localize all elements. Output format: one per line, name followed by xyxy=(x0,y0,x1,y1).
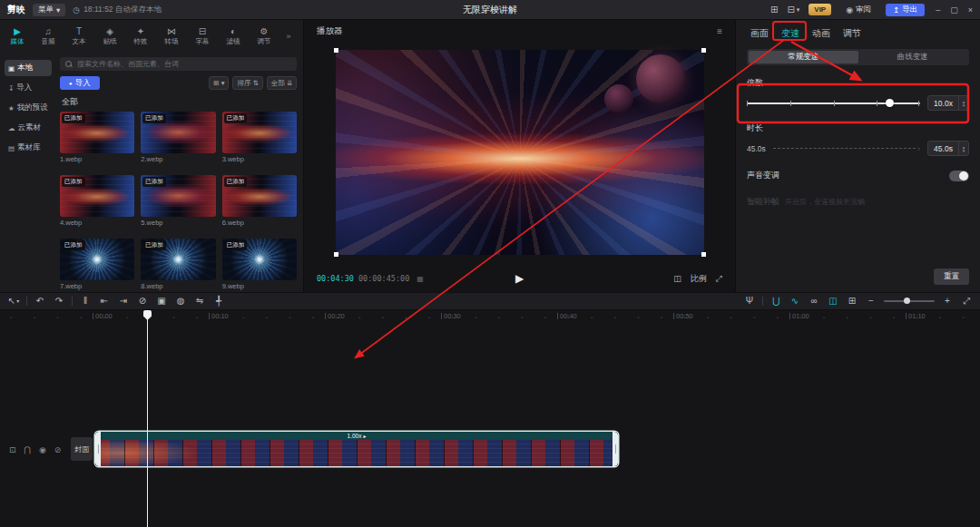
search-box[interactable] xyxy=(60,57,297,71)
menu-button[interactable]: 菜单 ▾ xyxy=(33,4,65,16)
play-button[interactable]: ▶ xyxy=(510,271,529,286)
media-thumbnail[interactable]: 已添加 xyxy=(222,112,297,153)
pitch-toggle[interactable] xyxy=(949,171,969,181)
media-item[interactable]: 已添加5.webp xyxy=(141,175,215,227)
media-item[interactable]: 已添加2.webp xyxy=(141,112,215,163)
tab-effects[interactable]: ✦特效 xyxy=(125,26,156,46)
curve-speed-tab[interactable]: 曲线变速 xyxy=(858,51,968,63)
sidebar-item-local[interactable]: ▣本地 xyxy=(5,60,52,76)
media-item[interactable]: 已添加9.webp xyxy=(222,239,297,290)
fullscreen-icon[interactable]: ⤢ xyxy=(716,274,722,284)
media-thumbnail[interactable]: 已添加 xyxy=(60,112,134,153)
snapshot-icon[interactable]: ◫ xyxy=(673,274,681,283)
toggle-visibility-icon[interactable]: ◉ xyxy=(39,445,46,454)
filter-button[interactable]: 全部⇊ xyxy=(267,76,297,90)
selection-handle[interactable] xyxy=(334,252,338,257)
zoom-out-button[interactable]: − xyxy=(865,297,877,306)
trim-right-button[interactable]: ⇥ xyxy=(117,297,130,306)
ratio-button[interactable]: 比例 xyxy=(691,273,707,285)
linkage-toggle[interactable]: ∞ xyxy=(808,297,820,306)
preview-axis-toggle[interactable]: ◫ xyxy=(827,297,839,306)
timeline-zoom-slider[interactable] xyxy=(884,300,935,302)
tab-sticker[interactable]: ◈贴纸 xyxy=(94,26,125,46)
clip-trim-handle-left[interactable] xyxy=(95,432,101,466)
duration-value-box[interactable]: 45.0s ▴▾ xyxy=(927,141,969,156)
media-thumbnail[interactable]: 已添加 xyxy=(60,239,134,280)
media-item[interactable]: 已添加6.webp xyxy=(222,175,297,227)
speed-stepper[interactable]: ▴▾ xyxy=(958,96,968,110)
sidebar-item-stock-library[interactable]: ▤素材库 xyxy=(5,140,52,156)
frame-view-icon[interactable]: ▦ xyxy=(416,275,424,283)
fit-timeline-button[interactable]: ⤢ xyxy=(960,297,973,306)
tab-canvas[interactable]: 画面 xyxy=(750,27,769,40)
vip-badge[interactable]: VIP xyxy=(808,4,831,15)
select-tool-button[interactable]: ↖▾ xyxy=(7,297,20,306)
video-clip[interactable]: 1.00x ▸ xyxy=(95,432,618,466)
split-button[interactable]: ‖ xyxy=(79,297,92,306)
workspace-grid-icon[interactable]: ⊞ xyxy=(770,5,778,15)
slider-thumb[interactable] xyxy=(886,99,894,107)
media-item[interactable]: 已添加3.webp xyxy=(222,112,297,163)
sidebar-item-cloud[interactable]: ☁云素材 xyxy=(5,120,52,136)
sidebar-item-presets[interactable]: ★我的预设 xyxy=(5,100,52,116)
close-button[interactable]: × xyxy=(968,5,973,15)
crop-button[interactable]: ╃ xyxy=(212,297,225,306)
stepper-down-icon[interactable]: ▾ xyxy=(963,149,965,152)
tab-filters[interactable]: ◐滤镜 xyxy=(218,26,249,46)
speed-value-box[interactable]: 10.0x ▴▾ xyxy=(927,95,969,111)
media-thumbnail[interactable]: 已添加 xyxy=(222,175,297,217)
tab-adjust[interactable]: ⚙调节 xyxy=(249,26,279,46)
tab-captions[interactable]: ⊟字幕 xyxy=(187,26,218,46)
layout-switch-button[interactable]: ⊟ ▾ xyxy=(787,5,799,15)
import-button[interactable]: ● 导入 xyxy=(60,76,100,90)
export-button[interactable]: ↥ 导出 xyxy=(886,4,925,16)
media-thumbnail[interactable]: 已添加 xyxy=(60,175,134,217)
mirror-button[interactable]: ⇋ xyxy=(193,297,206,306)
playhead[interactable] xyxy=(143,310,152,527)
media-thumbnail[interactable]: 已添加 xyxy=(222,239,297,280)
media-item[interactable]: 已添加4.webp xyxy=(60,175,134,227)
selection-handle[interactable] xyxy=(334,48,338,53)
zoom-in-button[interactable]: + xyxy=(941,297,954,306)
media-item[interactable]: 已添加7.webp xyxy=(60,239,134,290)
trim-left-button[interactable]: ⇤ xyxy=(98,297,111,306)
mute-track-icon[interactable]: ⊘ xyxy=(54,445,62,454)
collapse-tracks-icon[interactable]: ⊡ xyxy=(9,445,16,454)
maximize-button[interactable]: ▢ xyxy=(950,5,958,15)
tab-audio[interactable]: ♫音频 xyxy=(33,26,64,46)
more-tabs-button[interactable]: » xyxy=(279,32,298,41)
lock-track-icon[interactable]: ⋂ xyxy=(24,445,31,454)
tab-speed[interactable]: 变速 xyxy=(781,27,799,40)
view-settings-button[interactable]: ⊞ xyxy=(846,297,858,306)
selection-handle[interactable] xyxy=(701,48,706,53)
redo-button[interactable]: ↷ xyxy=(53,297,65,306)
zoom-slider-knob[interactable] xyxy=(904,298,910,304)
main-track-magnet-toggle[interactable]: ⋃ xyxy=(769,297,782,306)
sort-button[interactable]: 排序⇅ xyxy=(232,76,262,90)
clip-trim-handle-right[interactable] xyxy=(612,432,618,466)
normal-speed-tab[interactable]: 常规变速 xyxy=(749,51,858,63)
speed-slider[interactable] xyxy=(747,98,920,109)
tab-transitions[interactable]: ⋈转场 xyxy=(156,26,187,46)
freeze-frame-button[interactable]: ▣ xyxy=(155,297,168,306)
player-menu-icon[interactable]: ≡ xyxy=(717,26,722,36)
undo-button[interactable]: ↶ xyxy=(34,297,46,306)
tab-animation[interactable]: 动画 xyxy=(812,27,830,40)
media-thumbnail[interactable]: 已添加 xyxy=(141,175,215,217)
stepper-down-icon[interactable]: ▾ xyxy=(963,103,965,107)
tab-text[interactable]: T文本 xyxy=(64,26,94,46)
auto-snap-toggle[interactable]: ∿ xyxy=(789,297,801,306)
mask-button[interactable]: ◍ xyxy=(174,297,187,306)
minimize-button[interactable]: – xyxy=(936,5,940,15)
media-item[interactable]: 已添加1.webp xyxy=(60,112,134,163)
search-input[interactable] xyxy=(75,59,291,69)
media-item[interactable]: 已添加8.webp xyxy=(141,239,215,290)
playhead-handle[interactable] xyxy=(143,310,152,320)
clip-filmstrip[interactable] xyxy=(95,440,618,466)
delete-button[interactable]: ⊘ xyxy=(136,297,149,306)
tab-media[interactable]: ▶媒体 xyxy=(2,26,33,46)
duration-stepper[interactable]: ▴▾ xyxy=(958,142,968,155)
reset-button[interactable]: 重置 xyxy=(934,268,969,285)
video-preview[interactable] xyxy=(336,50,704,255)
cover-button[interactable]: 封面 xyxy=(71,437,93,461)
